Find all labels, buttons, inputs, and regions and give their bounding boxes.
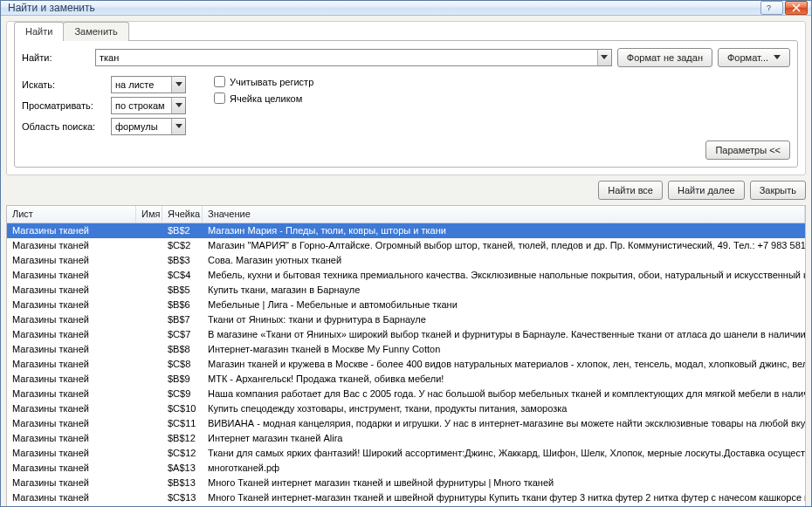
table-row[interactable]: Магазины тканей$C$11ВИВИАНА - модная кан… xyxy=(7,416,805,431)
chevron-down-icon[interactable] xyxy=(171,77,185,92)
table-row[interactable]: Магазины тканей$C$13Много Тканей интерне… xyxy=(7,490,805,505)
cell-cell: $B$8 xyxy=(162,342,203,357)
col-header-name[interactable]: Имя xyxy=(136,206,162,223)
table-row[interactable]: Магазины тканей$B$5Купить ткани, магазин… xyxy=(7,283,805,298)
cell-cell: $B$13 xyxy=(162,476,203,490)
cell-value: Наша компания работает для Вас с 2005 го… xyxy=(203,387,805,401)
cell-cell: $B$12 xyxy=(162,431,203,446)
results-table: Лист Имя Ячейка Значение Магазины тканей… xyxy=(6,205,806,507)
cell-sheet: Магазины тканей xyxy=(7,401,136,416)
cell-cell: $C$12 xyxy=(162,446,203,461)
window-close-button[interactable] xyxy=(785,1,808,15)
col-header-sheet[interactable]: Лист xyxy=(7,206,136,223)
cell-name xyxy=(136,238,162,253)
parameters-button[interactable]: Параметры << xyxy=(705,140,790,160)
cell-cell: $B$5 xyxy=(162,283,203,298)
tab-find[interactable]: Найти xyxy=(14,22,64,41)
cell-cell: $B$9 xyxy=(162,372,203,387)
window-title: Найти и заменить xyxy=(8,2,759,14)
close-button[interactable]: Закрыть xyxy=(750,181,806,200)
table-row[interactable]: Магазины тканей$B$13Много Тканей интерне… xyxy=(7,476,805,490)
cell-value: Магазин тканей и кружева в Москве - боле… xyxy=(203,357,805,372)
col-header-cell[interactable]: Ячейка xyxy=(162,206,203,223)
chevron-down-icon[interactable] xyxy=(171,119,185,134)
cell-cell: $C$9 xyxy=(162,387,203,401)
table-header: Лист Имя Ячейка Значение xyxy=(7,206,805,223)
table-row[interactable]: Магазины тканей$A$13многотканей.рф xyxy=(7,461,805,476)
cell-name xyxy=(136,372,162,387)
match-case-checkbox[interactable]: Учитывать регистр xyxy=(214,76,313,87)
chevron-down-icon[interactable] xyxy=(171,98,185,113)
whole-cell-input[interactable] xyxy=(214,92,225,104)
cell-name xyxy=(136,490,162,505)
cell-sheet: Магазины тканей xyxy=(7,253,136,268)
cell-name xyxy=(136,461,162,476)
cell-value: Купить спецодежду хозтовары, инструмент,… xyxy=(203,401,805,416)
cell-name xyxy=(136,298,162,312)
table-row[interactable]: Магазины тканей$B$6Мебельные | Лига - Ме… xyxy=(7,298,805,312)
table-row[interactable]: Магазины тканей$B$2Магазин Мария - Пледы… xyxy=(7,223,805,238)
table-row[interactable]: Магазины тканей$C$7В магазине «Ткани от … xyxy=(7,327,805,342)
tab-replace[interactable]: Заменить xyxy=(63,22,128,41)
cell-value: МТК - Архангельск! Продажа тканей, обивк… xyxy=(203,372,805,387)
tab-strip: Найти Заменить xyxy=(14,21,798,40)
cell-name xyxy=(136,327,162,342)
cell-value: Сова. Магазин уютных тканей xyxy=(203,253,805,268)
cell-sheet: Магазины тканей xyxy=(7,446,136,461)
find-next-button[interactable]: Найти далее xyxy=(668,181,745,200)
search-label: Найти: xyxy=(22,52,95,63)
table-row[interactable]: Магазины тканей$C$4Мебель, кухни и бытов… xyxy=(7,268,805,283)
cell-value: Купить ткани, магазин в Барнауле xyxy=(203,283,805,298)
whole-cell-checkbox[interactable]: Ячейка целиком xyxy=(214,92,313,104)
col-header-value[interactable]: Значение xyxy=(203,206,805,223)
cell-name xyxy=(136,268,162,283)
table-row[interactable]: Магазины тканей$C$10Купить спецодежду хо… xyxy=(7,401,805,416)
find-all-button[interactable]: Найти все xyxy=(598,181,663,200)
cell-value: Много Тканей интернет-магазин тканей и ш… xyxy=(203,490,805,505)
format-not-set-button[interactable]: Формат не задан xyxy=(617,48,712,67)
cell-sheet: Магазины тканей xyxy=(7,431,136,446)
cell-name xyxy=(136,431,162,446)
search-in-label: Искать: xyxy=(22,79,107,90)
table-body[interactable]: Магазины тканей$B$2Магазин Мария - Пледы… xyxy=(7,223,805,507)
cell-sheet: Магазины тканей xyxy=(7,387,136,401)
cell-name xyxy=(136,476,162,490)
cell-sheet: Магазины тканей xyxy=(7,372,136,387)
cell-value: Ткани для самых ярких фантазий! Широкий … xyxy=(203,446,805,461)
table-row[interactable]: Магазины тканей$B$3Сова. Магазин уютных … xyxy=(7,253,805,268)
window-help-button[interactable]: ? xyxy=(760,1,783,15)
cell-cell: $C$7 xyxy=(162,327,203,342)
cell-value: Интернет магазин тканей Alira xyxy=(203,431,805,446)
search-input[interactable] xyxy=(95,49,612,66)
scan-label: Просматривать: xyxy=(22,100,107,111)
table-row[interactable]: Магазины тканей$C$2Магазин "МАРИЯ" в Гор… xyxy=(7,238,805,253)
table-row[interactable]: Магазины тканей$B$12Интернет магазин тка… xyxy=(7,431,805,446)
cell-value: Интернет-магазин тканей в Москве My Funn… xyxy=(203,342,805,357)
table-row[interactable]: Магазины тканей$C$9Наша компания работае… xyxy=(7,387,805,401)
cell-name xyxy=(136,253,162,268)
svg-text:?: ? xyxy=(767,3,771,12)
cell-sheet: Магазины тканей xyxy=(7,268,136,283)
table-row[interactable]: Магазины тканей$B$8Интернет-магазин ткан… xyxy=(7,342,805,357)
table-row[interactable]: Магазины тканей$C$12Ткани для самых ярки… xyxy=(7,446,805,461)
format-button[interactable]: Формат... xyxy=(718,48,790,67)
cell-value: ВИВИАНА - модная канцелярия, подарки и и… xyxy=(203,416,805,431)
table-row[interactable]: Магазины тканей$B$7Ткани от Яниных: ткан… xyxy=(7,312,805,327)
cell-name xyxy=(136,357,162,372)
window-titlebar: Найти и заменить ? xyxy=(1,1,811,16)
cell-cell: $C$11 xyxy=(162,416,203,431)
cell-name xyxy=(136,446,162,461)
format-button-label: Формат... xyxy=(727,52,768,63)
cell-sheet: Магазины тканей xyxy=(7,223,136,238)
cell-sheet: Магазины тканей xyxy=(7,416,136,431)
area-label: Область поиска: xyxy=(22,121,107,132)
table-row[interactable]: Магазины тканей$C$8Магазин тканей и круж… xyxy=(7,357,805,372)
search-dropdown-arrow[interactable] xyxy=(597,50,611,65)
cell-sheet: Магазины тканей xyxy=(7,490,136,505)
cell-sheet: Магазины тканей xyxy=(7,312,136,327)
table-row[interactable]: Магазины тканей$B$9МТК - Архангельск! Пр… xyxy=(7,372,805,387)
match-case-input[interactable] xyxy=(214,76,225,87)
cell-name xyxy=(136,416,162,431)
cell-sheet: Магазины тканей xyxy=(7,238,136,253)
cell-cell: $C$2 xyxy=(162,238,203,253)
